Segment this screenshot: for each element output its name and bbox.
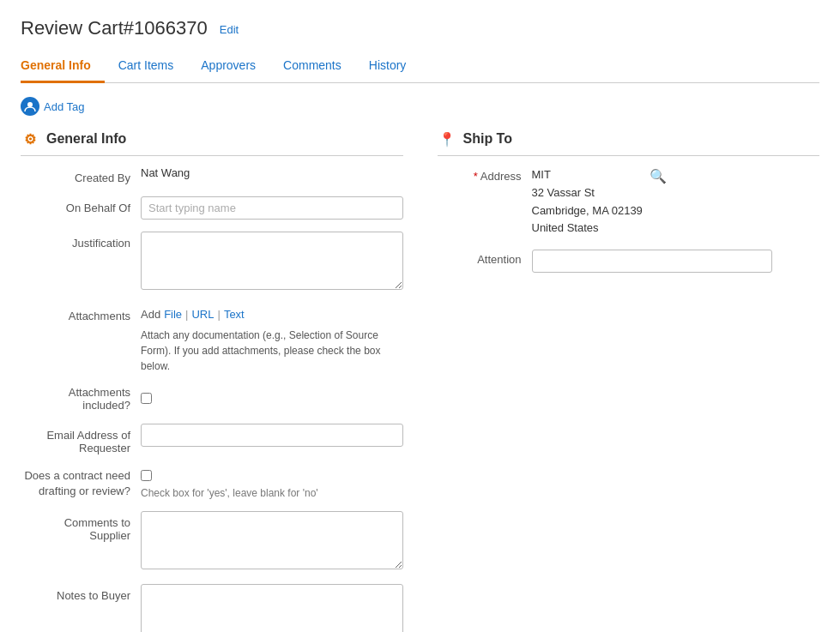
address-block: MIT 32 Vassar St Cambridge, MA 02139 Uni… — [532, 166, 667, 238]
justification-row: Justification — [21, 232, 403, 292]
attachments-desc: Attach any documentation (e.g., Selectio… — [141, 328, 403, 374]
created-by-label: Created By — [21, 166, 141, 184]
created-by-value: Nat Wang — [141, 166, 190, 179]
add-tag-row: Add Tag — [21, 97, 819, 116]
page-title: Review Cart#1066370 Edit — [21, 17, 819, 39]
contract-row: Does a contract need drafting or review?… — [21, 466, 403, 499]
address-line2: 32 Vassar St — [532, 184, 643, 202]
contract-hint: Check box for 'yes', leave blank for 'no… — [141, 487, 403, 499]
tab-comments[interactable]: Comments — [269, 51, 355, 83]
on-behalf-input[interactable] — [141, 196, 403, 220]
comments-supplier-row: Comments to Supplier — [21, 511, 403, 572]
address-line1: MIT — [532, 166, 643, 184]
contract-label: Does a contract need drafting or review? — [21, 466, 141, 499]
on-behalf-row: On Behalf Of — [21, 196, 403, 220]
attachments-label: Attachments — [21, 304, 141, 322]
attachments-row: Attachments Add File | URL | Text Attach… — [21, 304, 403, 374]
notes-buyer-textarea[interactable] — [141, 584, 403, 632]
justification-textarea[interactable] — [141, 232, 403, 290]
tag-icon — [21, 97, 39, 116]
main-content: ⚙ General Info Created By Nat Wang On Be… — [21, 129, 819, 632]
comments-supplier-textarea[interactable] — [141, 511, 403, 569]
attach-url-link[interactable]: URL — [191, 308, 214, 321]
justification-label: Justification — [21, 232, 141, 250]
notes-buyer-row: Notes to Buyer Text here will route this… — [21, 584, 403, 632]
attach-file-link[interactable]: File — [164, 308, 182, 321]
attachments-add-text: Add — [141, 308, 160, 321]
add-tag-button[interactable]: Add Tag — [21, 97, 84, 116]
on-behalf-label: On Behalf Of — [21, 196, 141, 214]
svg-point-0 — [27, 102, 33, 107]
attention-label: Attention — [438, 250, 532, 266]
address-label: Address — [438, 166, 532, 183]
tab-approvers[interactable]: Approvers — [187, 51, 269, 83]
address-line4: United States — [532, 220, 643, 238]
email-label: Email Address of Requester — [21, 424, 141, 454]
address-search-button[interactable]: 🔍 — [650, 168, 667, 184]
tabs-nav: General Info Cart Items Approvers Commen… — [21, 51, 819, 83]
location-icon: 📍 — [438, 129, 456, 148]
attachments-links: Add File | URL | Text — [141, 304, 403, 321]
email-row: Email Address of Requester nbwang@mit.ed… — [21, 424, 403, 454]
general-info-header: ⚙ General Info — [21, 129, 403, 156]
attach-text-link[interactable]: Text — [224, 308, 245, 321]
tab-general-info[interactable]: General Info — [21, 51, 105, 83]
add-tag-label: Add Tag — [44, 100, 84, 113]
edit-link[interactable]: Edit — [220, 23, 239, 36]
ship-to-header: 📍 Ship To — [438, 129, 820, 156]
tab-history[interactable]: History — [355, 51, 420, 83]
contract-checkbox[interactable] — [141, 470, 152, 481]
comments-supplier-label: Comments to Supplier — [21, 511, 141, 542]
address-row: Address MIT 32 Vassar St Cambridge, MA 0… — [438, 166, 820, 238]
attachments-included-row: Attachments included? — [21, 386, 403, 412]
notes-buyer-label: Notes to Buyer — [21, 584, 141, 602]
created-by-row: Created By Nat Wang — [21, 166, 403, 184]
address-text: MIT 32 Vassar St Cambridge, MA 02139 Uni… — [532, 166, 643, 238]
general-info-panel: ⚙ General Info Created By Nat Wang On Be… — [21, 129, 403, 632]
address-line3: Cambridge, MA 02139 — [532, 202, 643, 220]
tab-cart-items[interactable]: Cart Items — [105, 51, 188, 83]
email-input[interactable]: nbwang@mit.edu — [141, 424, 403, 447]
attention-row: Attention 66-219 Nat Wang — [438, 250, 820, 273]
gear-icon: ⚙ — [21, 129, 39, 148]
ship-to-panel: 📍 Ship To Address MIT 32 Vassar St Cambr… — [438, 129, 820, 632]
attention-input[interactable]: 66-219 Nat Wang — [532, 250, 772, 273]
attachments-included-label: Attachments included? — [21, 386, 141, 412]
attachments-included-checkbox[interactable] — [141, 393, 152, 404]
